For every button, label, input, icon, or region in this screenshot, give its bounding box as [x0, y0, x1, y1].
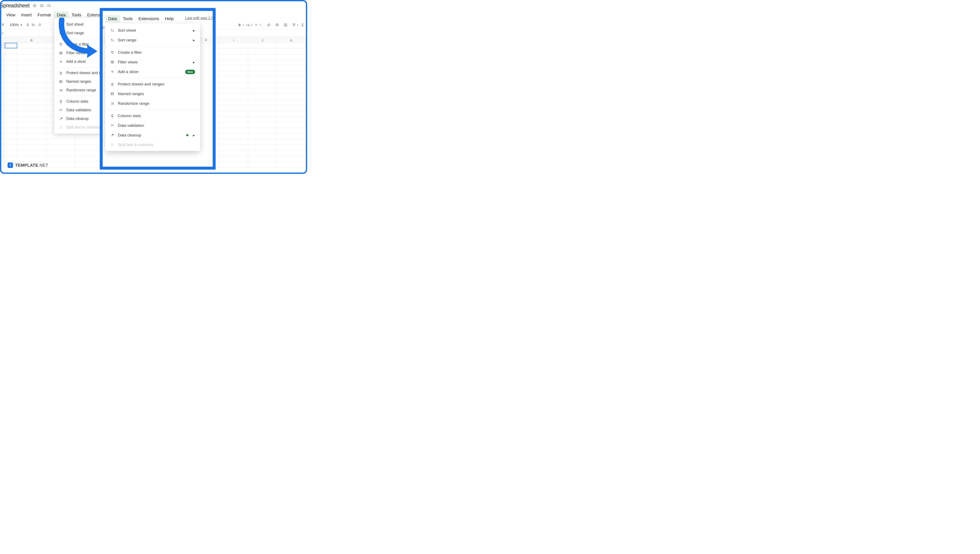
overlay-menu-help[interactable]: Help — [162, 15, 177, 22]
svg-rect-0 — [40, 5, 43, 7]
svg-rect-8 — [111, 93, 114, 95]
menu-data-cleanup[interactable]: Data cleanup ▶ — [105, 131, 200, 140]
menu-label: Data validation — [118, 123, 144, 128]
new-badge: New — [185, 70, 195, 74]
wrap-icon[interactable]: ▾ — [246, 23, 250, 27]
menu-label: Split text to columns — [66, 125, 100, 129]
menu-label: Data cleanup — [118, 133, 141, 137]
svg-rect-7 — [111, 84, 113, 86]
sort-icon — [59, 22, 63, 27]
shuffle-icon — [110, 101, 115, 106]
doc-title[interactable]: e Spreadsheet — [1, 2, 30, 9]
overlay-col-f[interactable]: F — [205, 38, 207, 42]
menu-insert[interactable]: Insert — [18, 11, 35, 19]
menu-label: Named ranges — [118, 92, 144, 96]
lightbulb-icon — [110, 114, 115, 118]
wand-icon — [59, 117, 63, 121]
chevron-right-icon: ▶ — [193, 29, 195, 32]
menu-view[interactable]: View — [3, 11, 18, 19]
menu-label: Sort range — [66, 31, 84, 35]
col-header-k[interactable]: K — [277, 38, 305, 43]
menu-filter-views[interactable]: Filter views ▶ — [105, 57, 200, 67]
split-icon — [59, 125, 63, 129]
paint-format-icon[interactable] — [1, 23, 5, 27]
col-header-i[interactable]: I — [219, 38, 248, 43]
wand-icon — [110, 133, 115, 137]
svg-rect-6 — [111, 61, 114, 64]
menu-label: Create a filter — [66, 42, 89, 46]
overlay-menu-tools[interactable]: Tools — [120, 15, 135, 22]
chevron-right-icon: ▶ — [193, 39, 195, 42]
menu-randomize[interactable]: Randomize range — [105, 99, 200, 108]
col-header-b[interactable]: B — [17, 38, 46, 43]
menu-column-stats[interactable]: Column stats — [105, 111, 200, 121]
sort-icon — [110, 38, 115, 42]
overlay-toolbar-fragment: .0 — [102, 25, 104, 30]
filter-views-icon — [59, 51, 63, 55]
overlay-panel: Data Tools Extensions Help Last edit was… — [100, 8, 216, 170]
menu-format[interactable]: Format — [35, 11, 54, 19]
decimal-format[interactable]: .0 — [38, 23, 41, 27]
menu-label: Randomize range — [66, 88, 96, 92]
checklist-icon — [59, 108, 63, 112]
menu-data-validation[interactable]: Data validation — [105, 121, 200, 131]
last-edit-link[interactable]: Last edit was 2 h — [185, 16, 213, 21]
currency-format[interactable]: $ — [27, 23, 29, 27]
filter-icon — [110, 50, 115, 54]
link-icon[interactable] — [266, 23, 271, 27]
watermark-logo-icon: T — [8, 162, 13, 168]
valign-icon[interactable]: ▾ — [237, 23, 242, 27]
menu-edit[interactable]: it — [1, 11, 3, 19]
sort-icon — [59, 31, 63, 35]
fx-prefix: X — [1, 32, 3, 35]
zoom-dropdown[interactable]: 100% ▼ — [10, 23, 22, 27]
watermark: T TEMPLATE.NET — [8, 162, 48, 168]
chevron-right-icon: ▶ — [193, 60, 195, 64]
move-icon[interactable] — [40, 3, 44, 8]
overlay-menu-extensions[interactable]: Extensions — [135, 15, 162, 22]
menu-protect[interactable]: Protect sheets and ranges — [105, 80, 200, 89]
rotate-text-icon[interactable]: ▾ — [254, 23, 259, 27]
cloud-icon[interactable] — [47, 3, 51, 8]
col-header-j[interactable]: J — [248, 38, 277, 43]
comment-icon[interactable] — [275, 23, 280, 27]
chevron-down-icon: ▼ — [20, 24, 22, 27]
menu-data[interactable]: Data — [54, 11, 68, 19]
menu-label: Filter views — [118, 60, 138, 64]
menu-named-ranges[interactable]: Named ranges — [105, 89, 200, 99]
overlay-menubar: Data Tools Extensions Help — [105, 15, 177, 22]
menu-sort-sheet[interactable]: Sort sheet ▶ — [105, 25, 200, 35]
menu-sort-range[interactable]: Sort range ▶ — [105, 35, 200, 45]
menu-add-slicer[interactable]: Add a slicer New — [105, 67, 200, 76]
star-icon[interactable] — [33, 3, 37, 8]
insert-chart-icon[interactable] — [283, 23, 288, 27]
bg-menubar: it View Insert Format Data Tools Extensi… — [1, 11, 111, 19]
watermark-text: TEMPLATE.NET — [15, 163, 48, 168]
checklist-icon — [110, 123, 115, 127]
menu-label: Data validation — [66, 108, 91, 112]
menu-label: Column stats — [118, 113, 141, 118]
overlay-menu-data[interactable]: Data — [105, 15, 120, 22]
shuffle-icon — [59, 88, 63, 92]
percent-format[interactable]: % — [32, 23, 35, 27]
lightbulb-icon — [59, 100, 63, 104]
menu-label: Column stats — [66, 99, 88, 104]
overlay-data-menu: Sort sheet ▶ Sort range ▶ Create a filte… — [105, 24, 200, 151]
functions-icon[interactable]: ▾ — [300, 23, 305, 27]
slicer-icon — [59, 60, 63, 64]
menu-label: Create a filter — [118, 50, 142, 55]
filter-icon[interactable]: ▾ — [292, 23, 296, 27]
bg-toolbar-right: ▾ ▾ ▾ ▾ ▾ — [237, 21, 305, 29]
svg-rect-3 — [60, 52, 62, 54]
menu-separator — [105, 110, 200, 110]
menu-label: Add a slicer — [66, 59, 86, 64]
doc-title-row: e Spreadsheet — [1, 2, 51, 9]
lock-icon — [59, 71, 63, 75]
menu-label: Data cleanup — [66, 116, 89, 121]
menu-label: Split text to columns — [118, 143, 153, 147]
named-ranges-icon — [110, 92, 115, 96]
chevron-right-icon: ▶ — [193, 134, 195, 137]
menu-label: Sort sheet — [66, 22, 84, 27]
menu-create-filter[interactable]: Create a filter — [105, 48, 200, 57]
menu-tools[interactable]: Tools — [68, 11, 84, 19]
